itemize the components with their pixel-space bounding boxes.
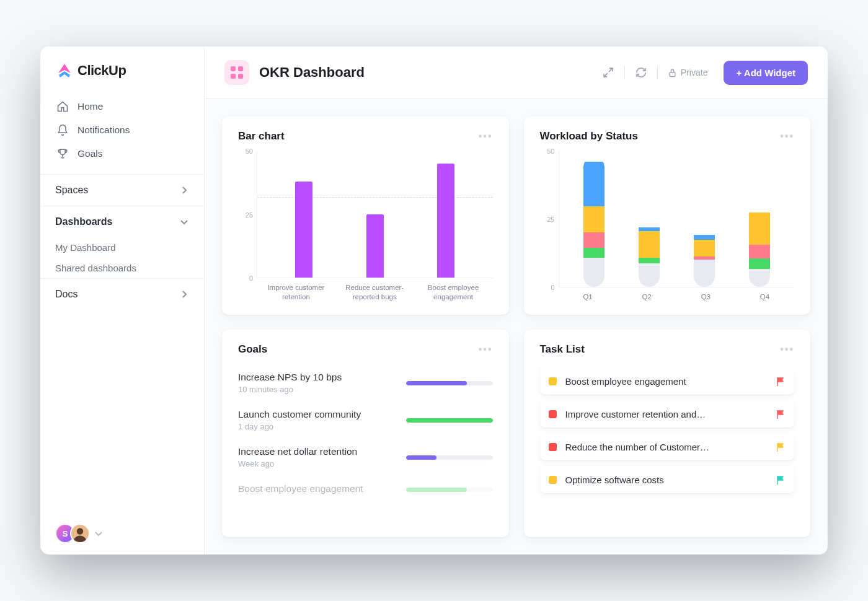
widget-menu-icon[interactable]: ••• xyxy=(780,131,794,142)
task-row[interactable]: Reduce the number of Customer… xyxy=(540,434,795,460)
status-square xyxy=(549,443,557,451)
bell-icon xyxy=(56,124,69,136)
section-head-dashboards[interactable]: Dashboards xyxy=(40,206,204,237)
segment-green xyxy=(749,258,770,268)
segment-yellow xyxy=(694,240,715,257)
segment-grey xyxy=(749,269,770,287)
goal-time: 1 day ago xyxy=(238,422,406,431)
y-tick: 25 xyxy=(547,216,554,223)
flag-icon xyxy=(776,442,786,452)
status-square xyxy=(549,377,557,385)
task-row[interactable]: Boost employee engagement xyxy=(540,368,795,395)
privacy-label: Private xyxy=(681,68,708,77)
task-row[interactable]: Optimize software costs xyxy=(540,467,795,493)
dashboard-icon xyxy=(224,60,249,85)
y-axis: 50 25 0 xyxy=(238,151,257,278)
goal-row[interactable]: Increase NPS by 10 bps 10 minutes ago xyxy=(238,364,493,401)
section-label: Docs xyxy=(55,289,78,300)
task-list: Boost employee engagement Improve custom… xyxy=(540,364,795,499)
y-tick: 50 xyxy=(246,147,253,155)
y-axis: 50 25 0 xyxy=(540,151,559,287)
dashboard-grid: Bar chart ••• 50 25 0 Improve customer r… xyxy=(205,99,828,555)
x-tick-label: Q2 xyxy=(618,292,676,301)
task-name: Reduce the number of Customer… xyxy=(565,442,768,452)
chevron-right-icon xyxy=(179,185,189,195)
bar[interactable] xyxy=(366,214,384,278)
goal-row[interactable]: Increase net dollar retention Week ago xyxy=(238,439,493,476)
segment-green xyxy=(583,248,604,258)
brand-logo[interactable]: ClickUp xyxy=(40,46,204,91)
segment-yellow xyxy=(583,206,604,232)
section-label: Dashboards xyxy=(55,216,112,227)
widget-menu-icon[interactable]: ••• xyxy=(780,344,794,355)
sidebar-sub-shared-dashboards[interactable]: Shared dashboards xyxy=(40,258,204,278)
sidebar-section-docs: Docs xyxy=(40,278,204,310)
brand-name: ClickUp xyxy=(78,63,126,79)
goal-row[interactable]: Launch customer community 1 day ago xyxy=(238,401,493,439)
app-window: ClickUp Home Notifications Goals xyxy=(40,46,828,555)
chart-plot: 50 25 0 xyxy=(540,151,795,287)
primary-nav: Home Notifications Goals xyxy=(40,91,204,174)
widget-title: Goals xyxy=(238,343,267,356)
chevron-down-icon[interactable] xyxy=(94,529,104,538)
segment-pink xyxy=(583,232,604,248)
section-head-spaces[interactable]: Spaces xyxy=(40,175,204,206)
home-icon xyxy=(56,100,69,113)
main-panel: OKR Dashboard Private + Add Widget xyxy=(205,46,828,555)
goal-progress xyxy=(406,455,493,460)
nav-label: Goals xyxy=(78,148,103,159)
nav-goals[interactable]: Goals xyxy=(49,142,195,165)
sidebar-section-dashboards: Dashboards My Dashboard Shared dashboard… xyxy=(40,206,204,278)
bar[interactable] xyxy=(437,164,454,278)
stacked-bar[interactable] xyxy=(749,186,770,287)
sidebar-sub-my-dashboard[interactable]: My Dashboard xyxy=(40,237,204,258)
user-avatars[interactable]: S xyxy=(40,512,204,555)
topbar: OKR Dashboard Private + Add Widget xyxy=(205,46,828,99)
expand-icon[interactable] xyxy=(602,66,614,79)
goal-row[interactable]: Boost employee engagement xyxy=(238,476,493,504)
stacked-bar[interactable] xyxy=(583,157,604,287)
widget-menu-icon[interactable]: ••• xyxy=(479,344,493,355)
widget-title: Bar chart xyxy=(238,130,285,143)
stacked-bar[interactable] xyxy=(694,203,715,287)
x-tick-label: Q3 xyxy=(676,292,735,301)
separator xyxy=(624,66,625,79)
refresh-icon[interactable] xyxy=(635,66,647,79)
y-tick: 0 xyxy=(249,274,253,282)
flag-icon xyxy=(776,377,786,387)
bar[interactable] xyxy=(295,182,312,278)
add-widget-button[interactable]: + Add Widget xyxy=(724,61,808,85)
stacked-bar[interactable] xyxy=(639,197,660,286)
task-row[interactable]: Improve customer retention and… xyxy=(540,401,795,428)
segment-blue xyxy=(694,235,715,240)
goal-progress xyxy=(406,381,493,385)
task-name: Optimize software costs xyxy=(565,475,768,485)
x-tick-label: Boost employee engagement xyxy=(414,283,493,301)
y-tick: 50 xyxy=(547,147,554,155)
svg-rect-4 xyxy=(238,74,243,79)
nav-notifications[interactable]: Notifications xyxy=(49,118,195,142)
section-head-docs[interactable]: Docs xyxy=(40,279,204,310)
svg-rect-3 xyxy=(231,74,236,79)
segment-green xyxy=(639,258,660,263)
task-name: Improve customer retention and… xyxy=(565,409,768,419)
lock-icon xyxy=(668,68,677,77)
privacy-toggle[interactable]: Private xyxy=(668,68,708,77)
goal-name: Increase net dollar retention xyxy=(238,446,406,457)
segment-yellow xyxy=(749,213,770,245)
section-label: Spaces xyxy=(55,185,88,196)
goal-name: Increase NPS by 10 bps xyxy=(238,372,406,383)
y-tick: 25 xyxy=(246,211,253,219)
goal-name: Launch customer community xyxy=(238,409,406,420)
x-tick-label: Q4 xyxy=(735,292,794,301)
page-title: OKR Dashboard xyxy=(259,64,365,81)
goal-time: 10 minutes ago xyxy=(238,385,406,394)
trophy-icon xyxy=(56,147,69,160)
svg-rect-2 xyxy=(238,66,243,71)
avatar[interactable] xyxy=(70,524,90,543)
x-axis-labels: Q1Q2Q3Q4 xyxy=(540,292,795,301)
separator xyxy=(657,66,658,79)
widget-menu-icon[interactable]: ••• xyxy=(479,131,493,142)
goals-list: Increase NPS by 10 bps 10 minutes ago La… xyxy=(238,364,493,504)
nav-home[interactable]: Home xyxy=(49,95,195,118)
